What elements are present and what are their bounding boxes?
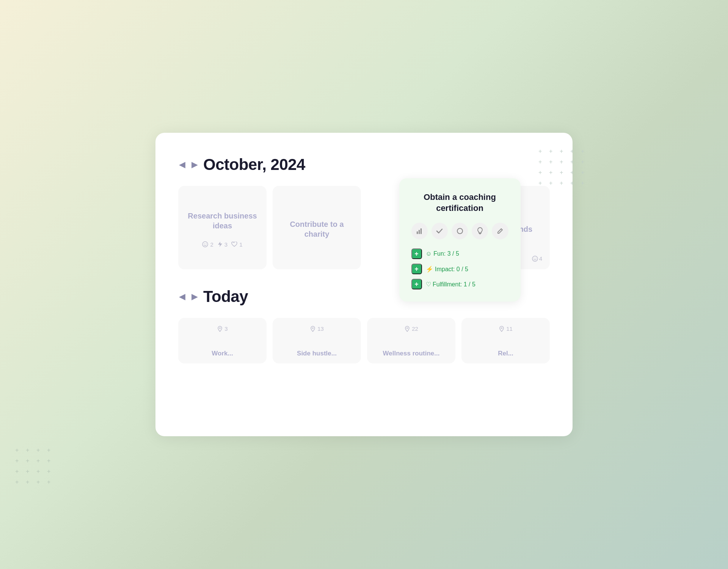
october-section-header: ◀ ▶ October, 2024: [178, 156, 550, 174]
october-cards-row: Research business ideas 2 3: [178, 186, 550, 269]
today-label-4: Rel...: [498, 350, 513, 357]
popup-metrics: + ☺ Fun: 3 / 5 + ⚡ Impact: 0 / 5: [411, 248, 508, 289]
today-label-1: Work...: [212, 350, 233, 357]
today-stat-4: 11: [499, 325, 513, 332]
impact-plus-button[interactable]: +: [411, 264, 422, 274]
today-card-4[interactable]: 11 Rel...: [461, 318, 550, 363]
svg-point-11: [535, 258, 536, 258]
svg-point-6: [457, 228, 463, 234]
today-label-2: Side hustle...: [297, 350, 337, 357]
fulfillment-icon: ♡: [426, 281, 433, 288]
card-lose-stats: 4: [532, 255, 542, 262]
fulfillment-metric-label: ♡ Fulfillment: 1 / 5: [426, 281, 475, 288]
today-stat-2: 13: [310, 325, 324, 332]
svg-point-13: [312, 327, 314, 329]
deco-plus-bottom-left: ++++ ++++ ++++ ++++: [15, 447, 54, 486]
svg-rect-5: [420, 228, 422, 234]
metric-fulfillment-row: + ♡ Fulfillment: 1 / 5: [411, 279, 508, 289]
svg-rect-4: [419, 230, 420, 234]
fun-metric-label: ☺ Fun: 3 / 5: [426, 250, 459, 257]
popup-check-icon-btn[interactable]: [431, 223, 448, 239]
impact-icon: ⚡: [426, 266, 435, 272]
svg-point-10: [533, 258, 534, 258]
fun-plus-button[interactable]: +: [411, 248, 422, 259]
metric-impact-row: + ⚡ Impact: 0 / 5: [411, 264, 508, 274]
card-charity-title: Contribute to a charity: [280, 219, 353, 239]
svg-point-12: [220, 327, 221, 329]
coaching-popup-card: Obtain a coaching certification: [399, 178, 521, 302]
popup-chart-icon-btn[interactable]: [411, 223, 428, 239]
fulfillment-plus-button[interactable]: +: [411, 279, 422, 289]
svg-point-1: [204, 244, 205, 244]
today-label-3: Wellness routine...: [383, 350, 440, 357]
card-research-business[interactable]: Research business ideas 2 3: [178, 186, 267, 269]
svg-point-2: [206, 244, 207, 244]
svg-point-14: [407, 327, 408, 329]
svg-rect-7: [479, 233, 481, 234]
card-research-stats: 2 3 1: [202, 241, 242, 248]
today-stat-3: 22: [404, 325, 418, 332]
today-next-button[interactable]: ▶: [191, 292, 199, 301]
today-card-3[interactable]: 22 Wellness routine...: [367, 318, 455, 363]
popup-circle-icon-btn[interactable]: [452, 223, 468, 239]
impact-metric-label: ⚡ Impact: 0 / 5: [426, 266, 469, 273]
research-heart-icon: 1: [231, 241, 242, 248]
card-contribute-charity[interactable]: Contribute to a charity: [273, 186, 361, 269]
card-research-title: Research business ideas: [186, 211, 259, 231]
today-prev-button[interactable]: ◀: [178, 292, 186, 301]
svg-point-9: [532, 256, 538, 261]
fun-text: Fun: 3 / 5: [433, 250, 459, 257]
today-count-4: 11: [506, 325, 513, 332]
today-count-3: 22: [412, 325, 418, 332]
fun-icon: ☺: [426, 250, 434, 257]
svg-rect-3: [417, 231, 418, 234]
research-smiley-icon: 2: [202, 241, 213, 248]
today-count-2: 13: [317, 325, 324, 332]
research-bolt-icon: 3: [217, 241, 228, 248]
october-next-button[interactable]: ▶: [191, 160, 199, 169]
today-card-2[interactable]: 13 Side hustle...: [273, 318, 361, 363]
svg-rect-8: [479, 234, 481, 234]
popup-bulb-icon-btn[interactable]: [472, 223, 488, 239]
main-card: +++++ +++++ +++++ +++++ ◀ ▶ October, 202…: [155, 133, 573, 436]
today-stat-1: 3: [217, 325, 228, 332]
svg-point-0: [202, 242, 208, 247]
today-title: Today: [203, 288, 248, 306]
today-card-1[interactable]: 3 Work...: [178, 318, 267, 363]
metric-fun-row: + ☺ Fun: 3 / 5: [411, 248, 508, 259]
popup-pencil-icon-btn[interactable]: [492, 223, 508, 239]
deco-plus-top-right: +++++ +++++ +++++ +++++: [538, 148, 588, 187]
svg-point-15: [501, 327, 502, 329]
today-count-1: 3: [224, 325, 228, 332]
card-coaching-area: Obtain a coaching certification: [367, 186, 455, 269]
popup-icons-row: [411, 223, 508, 239]
today-cards-row: 3 Work... 13 Side hustle...: [178, 318, 550, 363]
october-title: October, 2024: [203, 156, 305, 174]
october-prev-button[interactable]: ◀: [178, 160, 186, 169]
fulfillment-text: Fulfillment: 1 / 5: [433, 281, 475, 288]
popup-title: Obtain a coaching certification: [411, 192, 508, 214]
impact-text: Impact: 0 / 5: [435, 266, 468, 272]
